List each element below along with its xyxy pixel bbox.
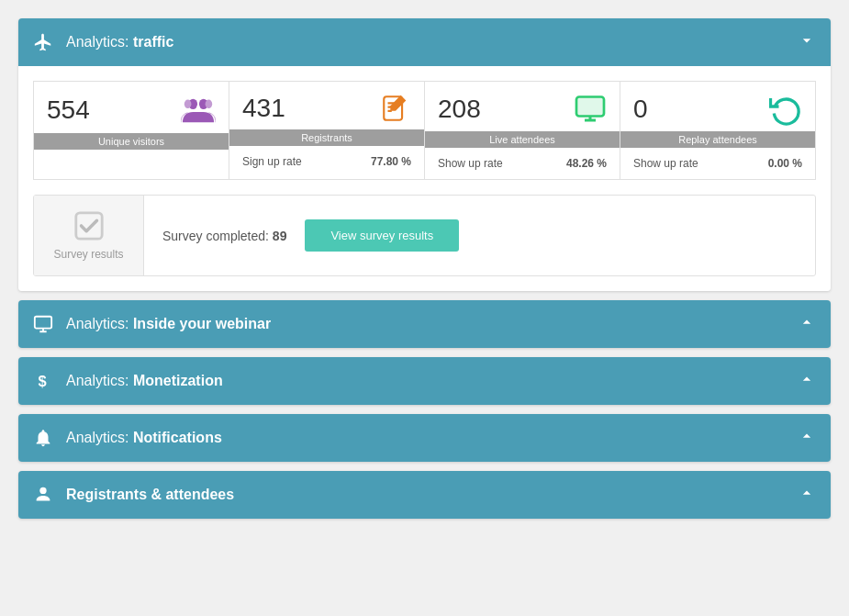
notifications-title: Analytics: Notifications — [66, 430, 798, 446]
traffic-chevron-down-icon — [798, 31, 816, 53]
replay-icon — [769, 93, 802, 126]
edit-icon — [380, 93, 411, 124]
person-icon — [33, 485, 53, 505]
view-survey-results-button[interactable]: View survey results — [305, 219, 459, 252]
svg-text:$: $ — [39, 373, 47, 389]
survey-row: Survey results Survey completed: 89 View… — [33, 195, 816, 276]
stats-row: 554 — [33, 81, 816, 180]
registrants-attendees-chevron-up-icon — [798, 484, 816, 506]
registrants-number: 431 — [242, 94, 285, 123]
desktop-icon — [574, 93, 607, 126]
monetization-title: Analytics: Monetization — [66, 373, 798, 389]
monetization-panel: $ Analytics: Monetization — [18, 357, 831, 405]
inside-webinar-header[interactable]: Analytics: Inside your webinar — [18, 300, 831, 348]
dollar-icon: $ — [33, 371, 53, 391]
replay-attendees-number: 0 — [633, 95, 648, 124]
unique-visitors-number: 554 — [47, 95, 90, 125]
unique-visitors-card: 554 — [33, 81, 229, 180]
registrants-attendees-header[interactable]: Registrants & attendees — [18, 471, 831, 519]
inside-webinar-chevron-up-icon — [798, 313, 816, 335]
survey-box-label: Survey results — [53, 248, 123, 261]
live-attendees-number: 208 — [438, 95, 481, 124]
monetization-header[interactable]: $ Analytics: Monetization — [18, 357, 831, 405]
live-attendees-label: Live attendees — [425, 131, 620, 148]
unique-visitors-label: Unique visitors — [34, 133, 229, 150]
svg-rect-9 — [576, 97, 604, 117]
notifications-panel: Analytics: Notifications — [18, 414, 831, 462]
traffic-panel-body: 554 — [18, 66, 831, 291]
survey-box: Survey results — [34, 196, 144, 275]
svg-point-3 — [184, 100, 192, 109]
inside-webinar-title: Analytics: Inside your webinar — [66, 316, 798, 332]
traffic-panel-header[interactable]: Analytics: traffic — [18, 18, 831, 66]
registrants-attendees-title: Registrants & attendees — [66, 487, 798, 503]
svg-rect-13 — [35, 317, 51, 329]
main-container: Analytics: traffic 554 — [18, 18, 831, 519]
registrants-label: Registrants — [229, 129, 424, 146]
svg-point-17 — [39, 487, 46, 494]
replay-attendees-label: Replay attendees — [620, 131, 815, 148]
users-icon — [181, 93, 216, 128]
replay-attendees-card: 0 Replay attendees Show up rate 0.00 % — [620, 81, 816, 180]
traffic-panel-title: Analytics: traffic — [66, 34, 798, 50]
registrants-card: 431 Registrants — [229, 81, 425, 180]
plane-icon — [33, 32, 53, 52]
live-attendees-card: 208 Live attendees Show up rate — [425, 81, 620, 180]
monitor-icon — [33, 314, 53, 334]
inside-webinar-panel: Analytics: Inside your webinar — [18, 300, 831, 348]
live-attendees-rate: Show up rate 48.26 % — [438, 153, 607, 170]
survey-content: Survey completed: 89 View survey results — [144, 205, 477, 266]
svg-point-2 — [206, 100, 213, 109]
registrants-rate: Sign up rate 77.80 % — [242, 151, 411, 168]
replay-attendees-rate: Show up rate 0.00 % — [633, 153, 802, 170]
notifications-header[interactable]: Analytics: Notifications — [18, 414, 831, 462]
notifications-chevron-up-icon — [798, 427, 816, 449]
monetization-chevron-up-icon — [798, 370, 816, 392]
traffic-panel: Analytics: traffic 554 — [18, 18, 831, 291]
survey-check-icon — [73, 210, 105, 248]
registrants-attendees-panel: Registrants & attendees — [18, 471, 831, 519]
survey-completed-text: Survey completed: 89 — [162, 229, 286, 243]
bell-icon — [33, 428, 53, 448]
